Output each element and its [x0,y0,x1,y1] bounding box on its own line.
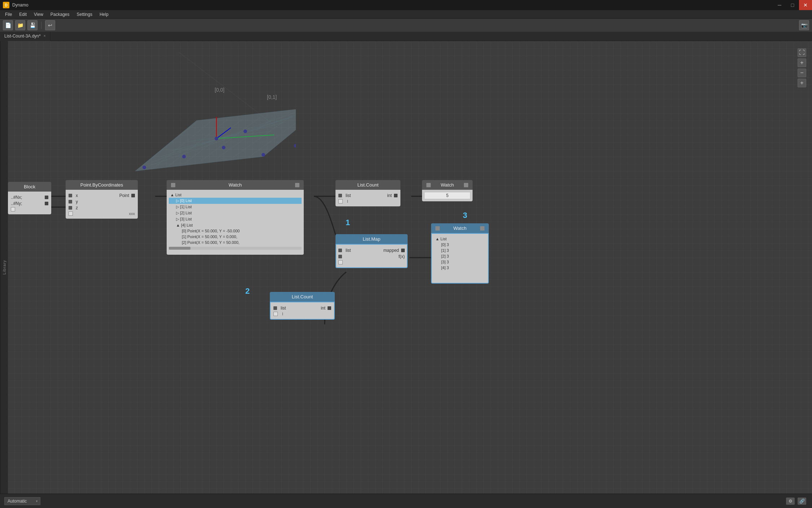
svg-text:[0,1]: [0,1] [267,94,277,100]
library-label: Library [2,260,6,275]
window-controls: ─ □ ✕ [773,0,812,10]
zoom-add-button[interactable]: + [798,79,806,87]
zoom-controls: ⛶ + − + [798,48,806,87]
block-input-ny: ..#Ny; [11,201,22,206]
lc2-checkbox[interactable] [273,312,278,316]
undo-button[interactable]: ↩ [45,20,55,30]
library-sidebar[interactable]: Library [0,41,8,494]
watch3-item-2: [2] 3 [434,253,486,259]
block-input-nx: ..#Nx; [11,195,22,200]
watch1-scrollbar[interactable] [169,247,302,250]
lc1-i-label: I [347,199,348,203]
watch3-item-3: [3] 3 [434,259,486,265]
watch1-title: Watch [229,182,242,188]
watch3-item-0: [0] 3 [434,242,486,248]
list-count1-body: list int I [335,190,400,206]
pbc-port-out[interactable] [131,194,135,197]
watch3-item-1: [1] 3 [434,248,486,253]
svg-point-24 [215,137,218,140]
new-button[interactable]: 📄 [3,20,13,30]
watch1-body: ▲ List ▷ [0] List ▷ [1] List ▷ [2] List … [167,190,304,255]
titlebar: D Dynamo ─ □ ✕ [0,0,812,10]
lm-port-fx-in[interactable] [338,255,342,258]
listmap-body: list mapped f(x) [335,244,408,268]
tab-close-button[interactable]: × [44,34,46,38]
zoom-minus-button[interactable]: − [798,69,806,77]
pbc-port-x-in[interactable] [69,194,72,197]
lc2-port-out[interactable] [328,306,331,310]
menu-settings[interactable]: Settings [73,11,96,18]
watch1-list-3[interactable]: ▷ [3] List [169,216,302,222]
lc2-port-in[interactable] [273,306,277,310]
lc2-i-label: I [282,312,283,316]
lc1-port-out[interactable] [394,194,398,197]
lc1-checkbox[interactable] [338,199,343,203]
execution-mode-dropdown[interactable]: Automatic Manual [4,497,40,505]
svg-point-25 [243,130,247,133]
minimize-button[interactable]: ─ [773,0,786,10]
save-button[interactable]: 💾 [27,20,38,30]
watch2-node: Watch 5 [422,180,473,201]
watch1-header: Watch [167,180,304,190]
watch3-port-in[interactable] [435,226,440,231]
block-port-nx[interactable] [45,196,48,199]
watch3-item-4: [4] 3 [434,265,486,271]
watch1-list-0[interactable]: ▷ [0] List [169,198,302,204]
listmap-header: List.Map [335,234,408,244]
list-count2-node: List.Count list int I [270,292,335,320]
block-body: ..#Nx; ..#Ny; [8,192,51,214]
execution-mode-dropdown-wrap[interactable]: Automatic Manual [4,497,40,505]
lm-port-out[interactable] [401,249,405,252]
watch2-value: 5 [424,192,470,199]
block-checkbox[interactable] [11,207,15,211]
watch2-port-in[interactable] [426,183,431,187]
pbc-checkbox[interactable] [69,211,73,216]
menu-packages[interactable]: Packages [47,11,73,18]
pbc-port-y-in[interactable] [69,200,72,203]
geometry-icon[interactable]: ⚙ [786,498,795,505]
watch1-node: Watch ▲ List ▷ [0] List ▷ [1] List ▷ [2]… [167,180,304,255]
watch1-list-2[interactable]: ▷ [2] List [169,210,302,216]
watch1-scrollbar-thumb[interactable] [169,247,190,250]
zoom-fit-button[interactable]: ⛶ [798,48,806,57]
point-by-coords-header: Point.ByCoordinates [66,180,138,190]
list-count1-header: List.Count [335,180,400,190]
watch2-title: Watch [441,182,454,188]
svg-point-19 [182,155,186,158]
active-tab[interactable]: List-Count-3A.dyn* × [0,32,51,41]
open-button[interactable]: 📁 [15,20,25,30]
lm-checkbox[interactable] [338,260,343,264]
zoom-plus-button[interactable]: + [798,58,806,67]
canvas[interactable]: Library [0,41,812,494]
watch1-port-in[interactable] [171,183,175,187]
watch3-port-out[interactable] [480,226,484,231]
watch1-point-1: [1] Point(X = 50.000, Y = 0.000, [169,234,302,240]
block-port-ny[interactable] [45,202,48,205]
pbc-label-point: Point [104,193,129,198]
lm-port-list-in[interactable] [338,249,342,252]
watch2-port-out[interactable] [464,183,468,187]
maximize-button[interactable]: □ [786,0,799,10]
menu-help[interactable]: Help [96,11,112,18]
toolbar-divider [41,22,41,29]
svg-point-20 [222,146,225,149]
watch1-list-4[interactable]: ▲ [4] List [169,222,302,228]
watch1-list-1[interactable]: ▷ [1] List [169,204,302,210]
list-count1-node: List.Count list int I [335,180,400,206]
watch1-list-root[interactable]: ▲ List [169,192,302,198]
status-icons: ⚙ 🔗 [786,498,806,505]
pbc-port-z-in[interactable] [69,206,72,210]
lm-label-list: list [344,248,351,253]
close-button[interactable]: ✕ [799,0,812,10]
watch1-port-out[interactable] [295,183,299,187]
lm-label-mapped: mapped [353,248,399,253]
lc1-port-in[interactable] [338,194,342,197]
menu-view[interactable]: View [30,11,47,18]
screenshot-button[interactable]: 📷 [799,20,809,30]
menu-file[interactable]: File [1,11,16,18]
connection-icon[interactable]: 🔗 [798,498,806,505]
callout-2: 2 [245,286,250,296]
lc2-label-list: list [279,306,286,311]
menu-edit[interactable]: Edit [16,11,30,18]
svg-line-5 [179,52,278,128]
